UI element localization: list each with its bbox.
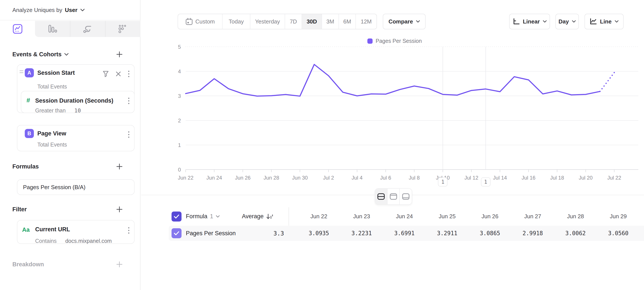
range-option-custom[interactable]: Custom xyxy=(178,14,222,29)
formula-card[interactable]: Pages Per Session (B/A) xyxy=(17,179,134,195)
analyze-value-dropdown[interactable]: User xyxy=(65,7,78,14)
svg-text:Jun 26: Jun 26 xyxy=(235,175,250,181)
date-column-header: Jun 25 xyxy=(426,207,468,226)
split-view-icon xyxy=(377,193,385,200)
svg-text:Jul 4: Jul 4 xyxy=(352,175,362,181)
layout-chart-only-button[interactable] xyxy=(388,189,400,204)
chart-type-button[interactable]: Line xyxy=(584,14,624,29)
event-title[interactable]: Page View xyxy=(37,130,66,137)
range-option-7d[interactable]: 7D xyxy=(285,14,302,29)
date-column-header: Jun 23 xyxy=(340,207,383,226)
chevron-down-icon xyxy=(543,20,547,23)
kebab-menu-icon[interactable] xyxy=(128,97,130,105)
svg-text:4: 4 xyxy=(178,69,181,74)
kebab-menu-icon[interactable] xyxy=(128,226,130,234)
svg-text:Jul 6: Jul 6 xyxy=(380,175,391,181)
chevron-down-icon xyxy=(572,20,576,23)
property-operator[interactable]: Greater than xyxy=(35,107,66,114)
svg-text:Jul 8: Jul 8 xyxy=(409,175,420,181)
filter-property-title[interactable]: Current URL xyxy=(35,226,70,233)
date-column-header: Jun 22 xyxy=(298,207,340,226)
breakdown-section-title: Breakdown xyxy=(12,261,44,268)
average-value: 3.3 xyxy=(169,226,284,241)
tab-flows[interactable] xyxy=(70,21,105,37)
filter-icon[interactable] xyxy=(102,70,109,77)
annotation-badge[interactable]: 1 xyxy=(481,177,490,186)
y-scale-button[interactable]: Linear xyxy=(509,14,550,29)
layout-table-only-button[interactable] xyxy=(400,189,412,204)
date-column-header: Jun 24 xyxy=(383,207,426,226)
table-row[interactable]: Pages Per Session 3.3 3.09353.22313.6991… xyxy=(169,226,644,241)
layout-split-view-button[interactable] xyxy=(375,189,388,204)
range-option-12m[interactable]: 12M xyxy=(356,14,376,29)
date-column-header: Jun 29 xyxy=(597,207,640,226)
date-value-cell: 3.0062 xyxy=(554,226,597,241)
property-title[interactable]: Session Duration (Seconds) xyxy=(35,97,113,104)
bar-chart-icon xyxy=(47,24,58,34)
chevron-down-icon[interactable] xyxy=(64,53,68,56)
add-event-button[interactable] xyxy=(116,51,123,58)
date-value-cell: 3.2231 xyxy=(340,226,383,241)
drag-handle-icon[interactable] xyxy=(20,70,24,73)
average-column-header[interactable]: Average xyxy=(141,207,273,226)
formulas-section-title: Formulas xyxy=(12,163,39,170)
line-chart-icon xyxy=(590,18,597,25)
tab-bar-chart[interactable] xyxy=(35,21,70,37)
compare-button[interactable]: Compare xyxy=(383,14,426,29)
range-option-today[interactable]: Today xyxy=(222,14,250,29)
formula-expression[interactable]: Pages Per Session (B/A) xyxy=(23,184,86,190)
granularity-button[interactable]: Day xyxy=(556,14,579,29)
range-option-6m[interactable]: 6M xyxy=(339,14,356,29)
date-value-cell: 2.9918 xyxy=(511,226,554,241)
sort-descending-icon xyxy=(266,213,273,220)
svg-text:Jul 20: Jul 20 xyxy=(579,175,592,181)
date-value-cell: 3.0560 xyxy=(597,226,640,241)
calendar-icon xyxy=(186,18,193,25)
numeric-property-icon: # xyxy=(26,97,30,104)
date-column-header: Jun 27 xyxy=(511,207,554,226)
insights-line-chart-icon xyxy=(12,24,23,34)
y-scale-label: Linear xyxy=(523,18,540,25)
kebab-menu-icon[interactable] xyxy=(128,70,130,78)
analyze-header: Analyze Uniques by User xyxy=(0,0,140,21)
filter-operator[interactable]: Contains xyxy=(35,238,57,244)
date-column-header: Jun 28 xyxy=(554,207,597,226)
granularity-label: Day xyxy=(558,18,569,25)
svg-text:Jul 14: Jul 14 xyxy=(493,175,507,181)
filter-section-title: Filter xyxy=(12,206,27,213)
annotation-badge[interactable]: 1 xyxy=(438,177,448,186)
average-header-label: Average xyxy=(242,213,264,220)
flows-icon xyxy=(82,24,93,34)
range-option-30d[interactable]: 30D xyxy=(302,14,322,29)
close-icon[interactable] xyxy=(116,71,121,77)
linear-axis-icon xyxy=(512,18,520,25)
event-measurement[interactable]: Total Events xyxy=(37,142,67,148)
event-card-page-view[interactable]: B Page View Total Events xyxy=(17,125,134,151)
date-column-header: Jun 26 xyxy=(468,207,511,226)
event-badge: A xyxy=(25,68,34,77)
svg-text:2: 2 xyxy=(178,118,181,123)
event-title[interactable]: Session Start xyxy=(37,70,75,76)
add-filter-button[interactable] xyxy=(116,206,123,213)
svg-text:5: 5 xyxy=(178,44,181,50)
event-measurement[interactable]: Total Events xyxy=(37,84,67,90)
svg-text:Jun 22: Jun 22 xyxy=(178,175,194,181)
date-value-cell: 3.0935 xyxy=(298,226,340,241)
table-only-icon xyxy=(402,193,410,200)
add-formula-button[interactable] xyxy=(116,163,123,170)
filter-value[interactable]: docs.mixpanel.com xyxy=(65,238,112,244)
table-header-row: Formula 1 Average Jun 22Jun 23Jun 24Jun … xyxy=(141,207,644,226)
event-card-session-start[interactable]: A Session Start Total Events # Session D… xyxy=(17,64,134,113)
chart-only-icon xyxy=(389,193,398,200)
kebab-menu-icon[interactable] xyxy=(128,131,130,138)
line-chart[interactable]: 012345Jun 22Jun 24Jun 26Jun 28Jun 30Jul … xyxy=(141,33,644,193)
tab-insights[interactable] xyxy=(0,21,35,37)
add-breakdown-button[interactable] xyxy=(116,261,123,268)
filter-card-current-url[interactable]: Aa Current URL Containsdocs.mixpanel.com xyxy=(17,220,134,244)
tab-retention[interactable] xyxy=(105,21,140,37)
range-option-3m[interactable]: 3M xyxy=(322,14,339,29)
property-value[interactable]: 10 xyxy=(74,107,81,114)
property-card-session-duration[interactable]: # Session Duration (Seconds) Greater tha… xyxy=(21,91,134,113)
chevron-down-icon xyxy=(416,20,420,23)
range-option-yesterday[interactable]: Yesterday xyxy=(250,14,285,29)
